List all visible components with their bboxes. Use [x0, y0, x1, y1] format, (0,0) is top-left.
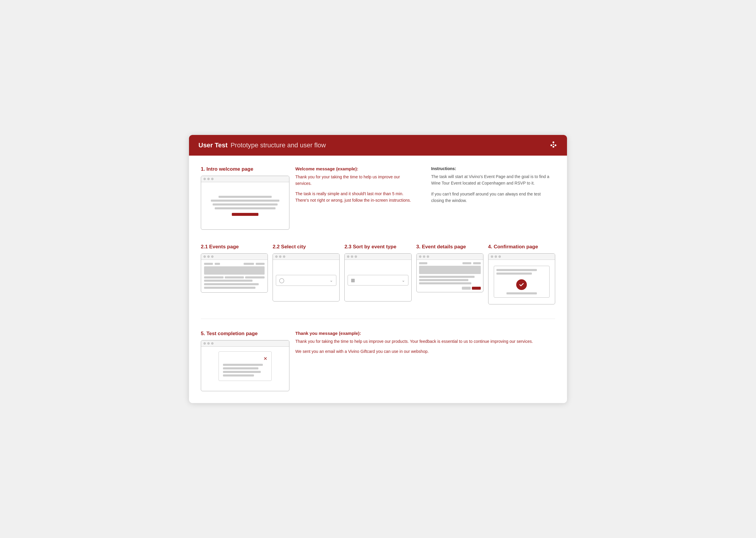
section1-middle: Welcome message (example): Thank you for… [290, 166, 428, 230]
intro-wireframe [201, 176, 290, 230]
dot1 [419, 255, 421, 258]
step-2-1-wireframe [201, 253, 268, 293]
dot2 [207, 342, 210, 345]
wf-titlebar [488, 254, 555, 260]
svg-point-2 [555, 144, 556, 146]
thankyou-p2: We sent you an email with a Vivino Giftc… [295, 348, 543, 354]
dot1 [491, 255, 493, 258]
svg-point-4 [553, 144, 554, 145]
step-2-2-wireframe: ◯ ⌄ [273, 253, 340, 301]
wf-titlebar [417, 254, 483, 260]
thankyou-label: Thank you message (example): [295, 331, 543, 336]
wf-titlebar [345, 254, 411, 260]
dot3 [355, 255, 357, 258]
wf-titlebar [273, 254, 339, 260]
header-title-group: User Test Prototype structure and user f… [198, 141, 326, 149]
event-details-body [417, 260, 483, 292]
thankyou-p1: Thank you for taking the time to help us… [295, 338, 543, 345]
step-4: 4. Confirmation page [488, 244, 555, 304]
dot2 [495, 255, 497, 258]
step-4-label: 4. Confirmation page [488, 244, 555, 250]
dot3 [499, 255, 501, 258]
completion-wireframe: ✕ [201, 340, 290, 391]
wf-titlebar [201, 254, 268, 260]
instructions-label: Instructions: [431, 166, 552, 171]
calendar-icon: ▦ [351, 278, 355, 283]
check-circle [516, 279, 527, 290]
dot3 [427, 255, 429, 258]
page-header: User Test Prototype structure and user f… [189, 135, 567, 156]
dot1 [347, 255, 350, 258]
dot2 [279, 255, 282, 258]
event-type-dropdown[interactable]: ▦ ⌄ [348, 275, 408, 286]
step-2-1-label: 2.1 Events page [201, 244, 268, 250]
step-4-wireframe [488, 253, 555, 304]
dot3 [211, 342, 213, 345]
step-3: 3. Event details page [416, 244, 483, 304]
section1-left: 1. Intro welcome page [201, 166, 290, 230]
close-icon: ✕ [263, 356, 267, 361]
header-title-bold: User Test [198, 141, 228, 149]
chevron-down-icon: ⌄ [402, 278, 405, 283]
select-city-body: ◯ ⌄ [273, 260, 339, 301]
instructions-p2: If you can't find yourself around you ca… [431, 191, 552, 204]
dot2 [207, 178, 210, 180]
dot3 [211, 255, 213, 258]
events-wireframe-body [201, 260, 268, 292]
section5: 5. Test completion page ✕ [201, 331, 555, 391]
section1: 1. Intro welcome page [201, 166, 555, 230]
wireframe-titlebar [201, 176, 289, 182]
svg-point-0 [553, 141, 554, 143]
sort-event-body: ▦ ⌄ [345, 260, 411, 301]
wf-titlebar [201, 341, 289, 347]
section1-right: Instructions: The task will start at Viv… [428, 166, 555, 230]
dot2 [351, 255, 353, 258]
section5-label: 5. Test completion page [201, 331, 290, 337]
svg-point-3 [553, 146, 554, 148]
section2: 2.1 Events page [201, 244, 555, 304]
confirmation-body [488, 260, 555, 304]
instructions-p1: The task will start at Vivino's Event Pa… [431, 173, 552, 187]
step-3-label: 3. Event details page [416, 244, 483, 250]
step-2-2-label: 2.2 Select city [273, 244, 340, 250]
step-3-wireframe [416, 253, 483, 292]
logo-icon [549, 140, 558, 150]
dot1 [203, 255, 206, 258]
divider [201, 319, 555, 319]
completion-body: ✕ [201, 347, 289, 391]
main-card: User Test Prototype structure and user f… [189, 135, 567, 403]
chevron-down-icon: ⌄ [330, 278, 333, 283]
step-2-2: 2.2 Select city ◯ ⌄ [273, 244, 340, 304]
step-2-3-wireframe: ▦ ⌄ [344, 253, 411, 301]
header-title-light: Prototype structure and user flow [231, 141, 326, 149]
page-content: 1. Intro welcome page [189, 156, 567, 403]
dot1 [275, 255, 278, 258]
intro-wireframe-body [201, 182, 289, 230]
step-2-3-label: 2.3 Sort by event type [344, 244, 411, 250]
step-2-3: 2.3 Sort by event type ▦ ⌄ [344, 244, 411, 304]
dot3 [283, 255, 285, 258]
welcome-label: Welcome message (example): [295, 166, 416, 171]
dot2 [207, 255, 210, 258]
section5-middle: Thank you message (example): Thank you f… [290, 331, 555, 391]
welcome-p1: Thank you for your taking the time to he… [295, 174, 416, 187]
dot3 [211, 178, 213, 180]
dot1 [203, 178, 206, 180]
dot1 [203, 342, 206, 345]
step-2-1: 2.1 Events page [201, 244, 268, 304]
dot2 [423, 255, 425, 258]
welcome-p2: The task is really simple and it should'… [295, 190, 416, 204]
city-dropdown[interactable]: ◯ ⌄ [276, 275, 336, 286]
svg-point-1 [551, 144, 552, 146]
location-icon: ◯ [279, 278, 284, 283]
section5-left: 5. Test completion page ✕ [201, 331, 290, 391]
section1-label: 1. Intro welcome page [201, 166, 290, 172]
